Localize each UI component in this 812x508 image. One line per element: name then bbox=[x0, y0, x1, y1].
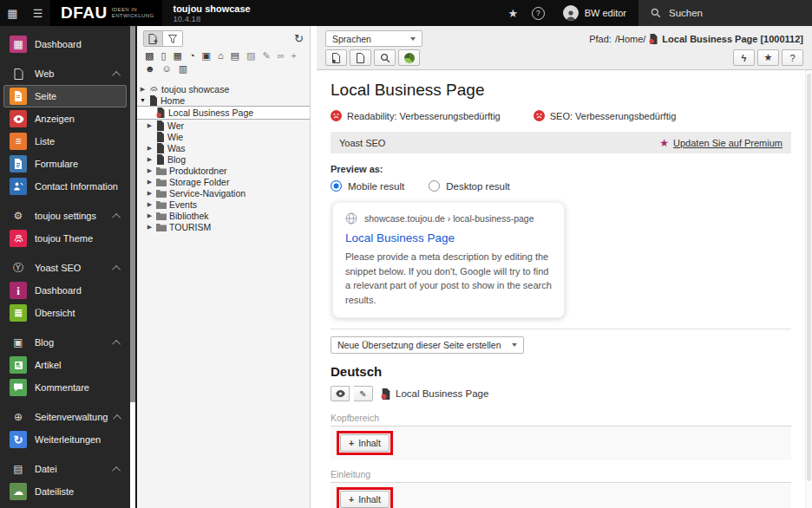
sidebar-item-anzeigen[interactable]: Anzeigen bbox=[3, 107, 127, 130]
link-icon[interactable]: ∞ bbox=[278, 51, 285, 61]
bookmark-button[interactable]: ★ bbox=[757, 49, 779, 66]
google-snippet-preview[interactable]: showcase.toujou.de › local-business-page… bbox=[332, 202, 565, 318]
note-icon[interactable]: ✎ bbox=[262, 51, 270, 61]
modules-toggle-button[interactable]: ▦ bbox=[0, 0, 25, 26]
content-scrollbar-thumb[interactable] bbox=[807, 74, 811, 481]
visibility-button[interactable] bbox=[331, 386, 350, 401]
sidebar-item-yoast-dashboard[interactable]: i Dashboard bbox=[3, 279, 127, 302]
sidebar-item-uebersicht[interactable]: ≣ Übersicht bbox=[3, 302, 127, 324]
expand-icon[interactable]: ▶ bbox=[146, 122, 154, 128]
mountpoint-icon[interactable]: ▣ bbox=[202, 51, 211, 61]
page-users-icon bbox=[149, 95, 158, 106]
expand-icon[interactable]: ▶ bbox=[146, 212, 154, 218]
tree-item-was[interactable]: ▶ Was bbox=[137, 142, 310, 153]
refresh-icon[interactable]: ↻ bbox=[294, 32, 304, 45]
sidebar-item-seite[interactable]: Seite bbox=[3, 85, 127, 107]
folder-icon[interactable]: ▨ bbox=[246, 51, 255, 61]
chevron-up-icon bbox=[112, 466, 121, 474]
collapse-icon[interactable]: ▼ bbox=[139, 97, 147, 103]
tree-item-events[interactable]: ▶ Events bbox=[137, 199, 310, 210]
expand-icon[interactable]: ▶ bbox=[146, 156, 154, 162]
snippet-breadcrumb: showcase.toujou.de › local-business-page bbox=[364, 213, 534, 224]
edit-button[interactable]: ✎ bbox=[354, 386, 373, 401]
expand-icon[interactable]: ▶ bbox=[146, 224, 154, 230]
user-icon[interactable]: ☺ bbox=[162, 64, 172, 74]
expand-icon[interactable]: ▶ bbox=[139, 86, 147, 92]
page-button[interactable] bbox=[350, 49, 371, 66]
backend-section-icon[interactable]: ▦ bbox=[173, 51, 181, 61]
add-content-button[interactable]: + Inhalt bbox=[340, 491, 390, 508]
sidebar-section-datei[interactable]: ▤ Datei bbox=[3, 458, 127, 480]
sidebar-item-artikel[interactable]: Artikel bbox=[3, 354, 127, 376]
shortcut-icon[interactable]: ◔ bbox=[189, 51, 195, 61]
page-users-icon bbox=[156, 120, 165, 131]
sidebar-scrollbar[interactable] bbox=[130, 26, 135, 508]
new-translation-select[interactable]: Neue Übersetzung dieser Seite erstellen bbox=[331, 336, 524, 354]
sidebar-section-yoast-seo[interactable]: Ⓨ Yoast SEO bbox=[3, 257, 127, 279]
sidebar-item-kommentare[interactable]: Kommentare bbox=[3, 376, 127, 399]
sidebar-section-seitenverwaltung[interactable]: ⊕ Seitenverwaltung bbox=[3, 406, 127, 428]
users-icon[interactable]: ☻ bbox=[145, 64, 155, 74]
tree-item-tourism[interactable]: ▶ TOURISM bbox=[137, 221, 310, 232]
sidebar-item-dashboard[interactable]: ▦ Dashboard bbox=[3, 33, 127, 55]
expand-icon[interactable]: ▶ bbox=[146, 190, 154, 196]
tree-item-service-navigation[interactable]: ▶ Service-Navigation bbox=[137, 187, 310, 199]
add-content-button[interactable]: + Inhalt bbox=[340, 434, 390, 452]
bookmark-button[interactable]: ★ bbox=[501, 0, 526, 26]
expand-icon[interactable]: ▶ bbox=[146, 167, 154, 173]
page-history-button[interactable] bbox=[325, 49, 347, 66]
tree-item-blog[interactable]: ▶ Blog bbox=[137, 153, 310, 165]
sidebar-item-liste[interactable]: ≡ Liste bbox=[3, 130, 127, 153]
banner-icon[interactable]: ▤ bbox=[231, 51, 239, 61]
tree-item-wer[interactable]: ▶ Wer bbox=[137, 120, 310, 131]
sidebar-scrollbar-thumb[interactable] bbox=[130, 26, 135, 402]
page-users-icon[interactable]: ▩ bbox=[145, 51, 154, 61]
page-tree-toggle-button[interactable]: ☰ bbox=[25, 0, 50, 26]
sidebar-item-dateiliste[interactable]: ☁ Dateiliste bbox=[3, 480, 127, 503]
premium-upgrade-link[interactable]: ★ Updaten Sie auf Premium bbox=[659, 137, 783, 149]
sidebar-section-blog[interactable]: ▣ Blog bbox=[3, 331, 127, 354]
media-icon[interactable]: ▥ bbox=[179, 64, 187, 74]
tree-item-produktordner[interactable]: ▶ Produktordner bbox=[137, 165, 310, 176]
sidebar-item-contact-information[interactable]: Contact Information bbox=[3, 175, 127, 198]
topbar-search[interactable]: Suchen bbox=[638, 0, 812, 26]
spacer-icon[interactable]: + bbox=[291, 51, 296, 61]
expand-icon[interactable]: ▶ bbox=[146, 145, 154, 151]
sidebar-item-weiterleitungen[interactable]: ↻ Weiterleitungen bbox=[3, 428, 127, 451]
expand-icon[interactable]: ▶ bbox=[146, 179, 154, 185]
sidebar-section-toujou-settings[interactable]: ⚙ toujou settings bbox=[3, 205, 127, 227]
tree-item-bibliothek[interactable]: ▶ Bibliothek bbox=[137, 210, 310, 221]
logo-subtext: IDEEN INENTWICKLUNG bbox=[112, 7, 154, 20]
yoast-button[interactable] bbox=[398, 49, 420, 66]
tree-item-home[interactable]: ▼ Home bbox=[137, 94, 310, 106]
content-scrollbar[interactable] bbox=[805, 70, 812, 508]
shop-page-icon bbox=[381, 388, 391, 400]
search-button[interactable] bbox=[374, 49, 396, 66]
tree-toolbar: ↻ bbox=[137, 26, 310, 49]
sidebar-item-toujou-theme[interactable]: toujou Theme bbox=[3, 227, 127, 250]
mobile-result-radio[interactable]: Mobile result bbox=[331, 180, 404, 192]
new-page-button[interactable] bbox=[143, 30, 163, 47]
sidebar-item-formulare[interactable]: Formulare bbox=[3, 153, 127, 175]
dfau-logo[interactable]: DFAU IDEEN INENTWICKLUNG bbox=[50, 0, 162, 26]
expand-icon[interactable]: ▶ bbox=[146, 201, 154, 207]
clear-cache-button[interactable]: ϟ bbox=[733, 49, 755, 66]
desktop-result-radio[interactable]: Desktop result bbox=[429, 180, 510, 192]
tree-item-wie[interactable]: Wie bbox=[137, 131, 310, 142]
premium-star-icon: ★ bbox=[659, 137, 669, 149]
sidebar-section-web[interactable]: Web bbox=[3, 62, 127, 85]
page-icon[interactable]: ▯ bbox=[160, 51, 166, 61]
snippet-title[interactable]: Local Business Page bbox=[345, 231, 552, 244]
help-button[interactable]: ? bbox=[526, 0, 551, 26]
user-menu[interactable]: BW editor bbox=[551, 0, 638, 26]
filter-button[interactable] bbox=[163, 30, 183, 47]
sad-face-icon bbox=[534, 110, 545, 121]
panel-resize-handle[interactable] bbox=[311, 26, 317, 508]
language-select[interactable]: Sprachen bbox=[325, 30, 422, 47]
tree-item-toujou-showcase[interactable]: ▶ toujou showcase bbox=[137, 83, 310, 94]
shop-page-icon[interactable]: ⌂ bbox=[218, 51, 224, 61]
tree-item-local-business-page[interactable]: Local Business Page bbox=[137, 106, 310, 120]
help-icon: ? bbox=[532, 7, 545, 20]
tree-item-storage-folder[interactable]: ▶ Storage Folder bbox=[137, 176, 310, 187]
help-button[interactable]: ? bbox=[782, 49, 803, 66]
